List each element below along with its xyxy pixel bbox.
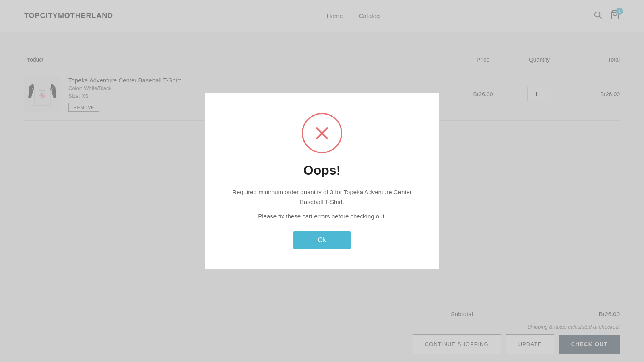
modal-fix-message: Please fix these cart errors before chec… xyxy=(229,212,415,221)
modal-title: Oops! xyxy=(303,163,341,178)
error-modal: Oops! Required minimum order quantity of… xyxy=(205,93,439,269)
ok-button[interactable]: Ok xyxy=(293,231,350,249)
modal-body: Required minimum order quantity of 3 for… xyxy=(229,187,415,221)
error-icon xyxy=(302,113,342,153)
modal-overlay[interactable]: Oops! Required minimum order quantity of… xyxy=(0,0,644,362)
modal-error-message: Required minimum order quantity of 3 for… xyxy=(229,187,415,207)
x-icon xyxy=(312,123,332,143)
